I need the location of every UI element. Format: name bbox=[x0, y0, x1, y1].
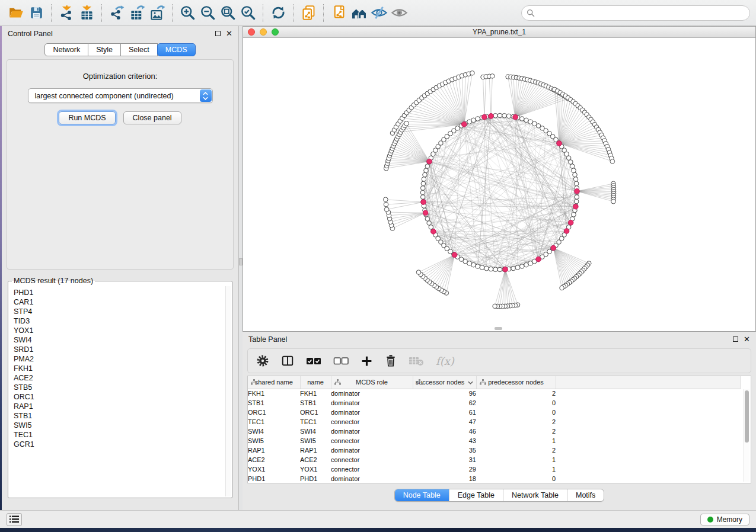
tab-select[interactable]: Select bbox=[121, 43, 158, 56]
mcds-result-item[interactable]: SWI5 bbox=[14, 421, 231, 430]
select-all-columns-button[interactable] bbox=[306, 355, 321, 366]
table-scrollbar-thumb[interactable] bbox=[745, 390, 749, 443]
mcds-result-item[interactable]: ACE2 bbox=[14, 373, 231, 383]
node-table-container: shared name name MCDS role successor nod… bbox=[247, 376, 751, 483]
first-neighbors-button[interactable] bbox=[349, 3, 369, 23]
task-history-button[interactable] bbox=[7, 513, 22, 526]
tab-node-table[interactable]: Node Table bbox=[395, 489, 449, 501]
first-neighbors-icon bbox=[350, 4, 368, 21]
mcds-result-item[interactable]: TID3 bbox=[14, 316, 231, 326]
tab-network-table[interactable]: Network Table bbox=[503, 489, 567, 501]
tab-style[interactable]: Style bbox=[88, 43, 121, 56]
unselect-all-columns-button[interactable] bbox=[333, 355, 349, 366]
task-list-icon bbox=[9, 515, 19, 523]
show-graphics-details-button[interactable] bbox=[389, 3, 409, 23]
table-row[interactable]: FKH1FKH1dominator962 bbox=[248, 389, 740, 398]
network-from-selection-button[interactable] bbox=[328, 3, 349, 23]
mcds-result-item[interactable]: STP4 bbox=[14, 307, 231, 316]
create-column-button[interactable] bbox=[361, 355, 373, 367]
hide-graphics-details-button[interactable] bbox=[369, 3, 389, 23]
float-panel-icon[interactable] bbox=[215, 31, 221, 36]
show-column-panel-button[interactable] bbox=[281, 354, 294, 367]
import-table-button[interactable] bbox=[76, 3, 97, 23]
table-row[interactable]: SWI4SWI4dominator462 bbox=[248, 427, 740, 436]
tab-edge-table[interactable]: Edge Table bbox=[449, 489, 503, 501]
zoom-selected-button[interactable] bbox=[238, 3, 258, 23]
zoom-out-button[interactable] bbox=[197, 3, 218, 23]
export-network-button[interactable] bbox=[107, 3, 127, 23]
tab-motifs[interactable]: Motifs bbox=[567, 489, 604, 501]
mcds-result-item[interactable]: CAR1 bbox=[14, 297, 231, 307]
save-session-button[interactable] bbox=[26, 3, 46, 23]
apply-layout-button[interactable] bbox=[268, 3, 288, 23]
table-row[interactable]: ACE2ACE2connector311 bbox=[248, 455, 740, 464]
float-panel-icon[interactable] bbox=[733, 336, 738, 342]
tab-mcds[interactable]: MCDS bbox=[157, 43, 196, 56]
mcds-result-item[interactable]: RAP1 bbox=[14, 402, 231, 411]
node-table: shared name name MCDS role successor nod… bbox=[248, 376, 741, 483]
memory-status-icon bbox=[707, 517, 713, 523]
mcds-list-scrollbar[interactable] bbox=[225, 286, 231, 496]
network-hscroll-thumb[interactable] bbox=[495, 327, 502, 330]
network-graph[interactable] bbox=[243, 38, 755, 331]
table-row[interactable]: YOX1YOX1connector291 bbox=[248, 464, 740, 474]
optimization-criterion-label: Optimization criterion: bbox=[7, 72, 233, 81]
column-header-successor-nodes[interactable]: successor nodes bbox=[413, 376, 476, 389]
table-settings-button[interactable] bbox=[256, 354, 269, 367]
column-header-shared-name[interactable]: shared name bbox=[248, 376, 300, 389]
import-network-button[interactable] bbox=[56, 3, 76, 23]
delete-table-icon bbox=[409, 355, 424, 366]
clone-network-button[interactable] bbox=[298, 3, 318, 23]
tab-network[interactable]: Network bbox=[44, 43, 88, 56]
zoom-fit-button[interactable] bbox=[218, 3, 238, 23]
table-panel-title: Table Panel bbox=[248, 335, 287, 344]
mcds-result-item[interactable]: PMA2 bbox=[14, 354, 231, 364]
panel-divider[interactable] bbox=[239, 26, 243, 510]
mcds-result-item[interactable]: STB5 bbox=[14, 383, 231, 392]
column-header-mcds-role[interactable]: MCDS role bbox=[331, 376, 413, 389]
divider-grip-icon[interactable] bbox=[239, 258, 243, 265]
table-row[interactable]: RAP1RAP1dominator352 bbox=[248, 446, 740, 455]
mcds-result-item[interactable]: GCR1 bbox=[14, 440, 231, 449]
close-panel-icon[interactable]: ✕ bbox=[226, 31, 232, 36]
mcds-result-item[interactable]: SWI4 bbox=[14, 335, 231, 345]
criterion-dropdown-value: largest connected component (undirected) bbox=[35, 92, 174, 100]
open-session-button[interactable] bbox=[6, 3, 26, 23]
mcds-result-item[interactable]: FKH1 bbox=[14, 364, 231, 373]
eye-slash-icon bbox=[371, 4, 388, 21]
search-icon bbox=[527, 9, 535, 17]
network-window-titlebar[interactable]: YPA_prune.txt_1 bbox=[243, 27, 755, 38]
memory-button[interactable]: Memory bbox=[700, 514, 749, 525]
search-input[interactable] bbox=[538, 8, 745, 18]
zoom-in-button[interactable] bbox=[177, 3, 197, 23]
table-row[interactable]: TEC1TEC1connector472 bbox=[248, 417, 740, 427]
table-scrollbar[interactable] bbox=[743, 389, 749, 482]
mcds-result-item[interactable]: PHD1 bbox=[14, 288, 231, 297]
delete-columns-button[interactable] bbox=[385, 354, 397, 367]
close-panel-button[interactable]: Close panel bbox=[123, 111, 181, 124]
close-panel-icon[interactable]: ✕ bbox=[744, 336, 750, 342]
column-header-name[interactable]: name bbox=[300, 376, 331, 389]
mcds-result-item[interactable]: ORC1 bbox=[14, 392, 231, 402]
status-bar: Memory bbox=[0, 510, 756, 528]
criterion-dropdown[interactable]: largest connected component (undirected) bbox=[28, 88, 213, 103]
mcds-result-item[interactable]: STB1 bbox=[14, 411, 231, 421]
run-mcds-button[interactable]: Run MCDS bbox=[59, 111, 115, 124]
right-column: YPA_prune.txt_1 Table Panel ✕ bbox=[243, 26, 756, 510]
table-row[interactable]: STB1STB1dominator620 bbox=[248, 398, 740, 408]
mcds-result-item[interactable]: SRD1 bbox=[14, 345, 231, 354]
network-canvas[interactable] bbox=[243, 38, 755, 331]
export-image-button[interactable] bbox=[147, 3, 167, 23]
unchecked-boxes-icon bbox=[333, 355, 349, 366]
mcds-result-item[interactable]: YOX1 bbox=[14, 326, 231, 335]
table-row[interactable]: ORC1ORC1dominator610 bbox=[248, 408, 740, 417]
mcds-result-item[interactable]: TEC1 bbox=[14, 430, 231, 440]
export-table-button[interactable] bbox=[127, 3, 147, 23]
export-network-icon bbox=[109, 5, 125, 21]
column-header-predecessor-nodes[interactable]: predecessor nodes bbox=[476, 376, 556, 389]
mcds-result-list[interactable]: PHD1 CAR1 STP4 TID3 YOX1 SWI4 SRD1 PMA2 … bbox=[9, 286, 231, 496]
table-row[interactable]: PHD1PHD1dominator180 bbox=[248, 474, 740, 483]
open-folder-icon bbox=[8, 5, 24, 21]
plus-icon bbox=[361, 355, 373, 367]
table-row[interactable]: SWI5SWI5connector431 bbox=[248, 436, 740, 446]
